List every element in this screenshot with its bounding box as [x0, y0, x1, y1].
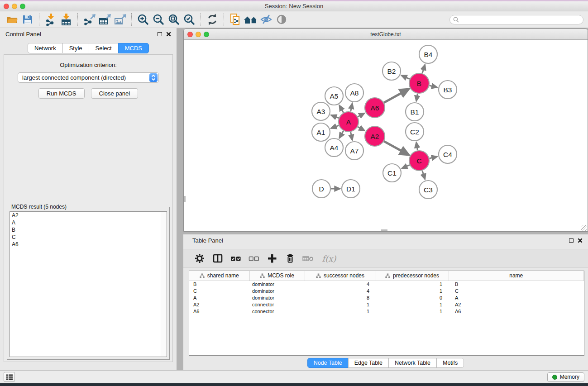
table-cell[interactable]: 0	[376, 294, 449, 301]
graph-node-A4[interactable]: A4	[325, 138, 343, 157]
zoom-fit-button[interactable]	[166, 12, 182, 27]
open-session-button[interactable]	[5, 12, 20, 27]
tab-node-table[interactable]: Node Table	[307, 358, 349, 368]
tab-motifs[interactable]: Motifs	[436, 358, 464, 368]
graph-node-A[interactable]: A	[339, 112, 359, 132]
refresh-view-button[interactable]	[205, 12, 220, 27]
graph-node-C1[interactable]: C1	[383, 164, 401, 182]
import-network-button[interactable]	[43, 12, 58, 27]
run-mcds-button[interactable]: Run MCDS	[38, 88, 85, 99]
delete-table-button[interactable]	[299, 251, 317, 266]
graph-node-B[interactable]: B	[409, 73, 429, 93]
graph-node-A7[interactable]: A7	[345, 142, 363, 160]
table-cell[interactable]: 1	[305, 308, 376, 315]
column-header-predecessor-nodes[interactable]: predecessor nodes	[376, 271, 449, 281]
graph-edge-A-A8[interactable]	[351, 104, 353, 112]
memory-button[interactable]: Memory	[547, 372, 584, 382]
table-row[interactable]: A6connector11A6	[189, 308, 584, 315]
table-cell[interactable]: connector	[249, 308, 305, 315]
table-cell[interactable]: A6	[449, 308, 584, 315]
graph-edge-B-B3[interactable]	[429, 86, 437, 87]
graph-edge-C-C2[interactable]	[416, 143, 418, 151]
graph-edge-C-C1[interactable]	[402, 165, 410, 168]
tab-select[interactable]: Select	[89, 43, 119, 53]
table-cell[interactable]: A6	[189, 308, 249, 315]
graph-edge-B-B4[interactable]	[422, 65, 425, 73]
column-header-name[interactable]: name	[449, 271, 584, 281]
resize-grip[interactable]	[581, 225, 587, 231]
graph-node-A1[interactable]: A1	[312, 123, 330, 141]
add-row-button[interactable]	[263, 251, 281, 266]
graph-node-B4[interactable]: B4	[419, 45, 437, 63]
graph-edge-A2-C[interactable]	[384, 141, 409, 155]
close-network-button[interactable]	[187, 32, 193, 37]
table-cell[interactable]: 4	[305, 281, 376, 287]
minimize-network-button[interactable]	[196, 32, 201, 37]
vertical-scroll-indicator[interactable]	[184, 196, 186, 202]
select-all-button[interactable]	[227, 251, 245, 266]
graph-node-A5[interactable]: A5	[325, 87, 343, 105]
zoom-window-button[interactable]	[20, 4, 25, 9]
zoom-selected-button[interactable]	[182, 12, 197, 27]
minimize-window-button[interactable]	[12, 4, 17, 9]
graph-edge-C-C3[interactable]	[422, 171, 425, 179]
tab-mcds[interactable]: MCDS	[118, 43, 149, 53]
result-scrollbar[interactable]	[161, 212, 167, 357]
zoom-network-button[interactable]	[204, 32, 209, 37]
result-item[interactable]: A	[10, 219, 167, 226]
graph-node-C3[interactable]: C3	[419, 181, 437, 199]
table-cell[interactable]: 1	[376, 287, 449, 294]
result-item[interactable]: B	[10, 226, 167, 234]
export-network-button[interactable]	[81, 12, 97, 27]
graph-node-B1[interactable]: B1	[406, 103, 424, 121]
graph-edge-A6-B[interactable]	[384, 89, 409, 103]
show-all-button[interactable]	[274, 12, 289, 27]
graph-edge-C-C4[interactable]	[429, 157, 437, 158]
graph-node-B2[interactable]: B2	[382, 62, 401, 80]
table-cell[interactable]: 4	[305, 287, 376, 294]
graph-node-C4[interactable]: C4	[439, 145, 457, 163]
table-cell[interactable]: B	[189, 281, 249, 287]
search-input[interactable]	[461, 16, 580, 23]
table-cell[interactable]: dominator	[249, 281, 305, 287]
column-header-successor-nodes[interactable]: successor nodes	[305, 271, 376, 281]
graph-node-D[interactable]: D	[312, 180, 330, 198]
network-canvas[interactable]: B4B2BB3A8A5A6A3B1AC2A1A2A4A7C4CC1DD1C3	[184, 40, 588, 231]
float-panel-icon[interactable]	[158, 32, 162, 36]
graph-edge-A-A6[interactable]	[358, 113, 364, 117]
table-cell[interactable]: 1	[376, 301, 449, 308]
graph-edge-B-B1[interactable]	[416, 94, 418, 101]
tab-edge-table[interactable]: Edge Table	[348, 358, 389, 368]
column-header-MCDS-role[interactable]: MCDS role	[249, 271, 305, 281]
table-cell[interactable]: dominator	[249, 287, 305, 294]
show-panels-button[interactable]	[4, 372, 15, 382]
float-table-panel-icon[interactable]	[569, 238, 574, 243]
table-cell[interactable]: A	[449, 294, 584, 301]
graph-node-C2[interactable]: C2	[406, 123, 424, 141]
graph-edge-A-A4[interactable]	[339, 131, 344, 138]
tab-style[interactable]: Style	[62, 43, 89, 53]
zoom-in-button[interactable]	[135, 12, 151, 27]
table-cell[interactable]: dominator	[249, 294, 305, 301]
graph-node-A6[interactable]: A6	[365, 98, 385, 118]
deselect-all-button[interactable]	[245, 251, 263, 266]
graph-node-A3[interactable]: A3	[312, 102, 330, 120]
table-settings-button[interactable]	[191, 251, 209, 266]
first-neighbors-button[interactable]	[243, 12, 258, 27]
show-column-button[interactable]	[209, 251, 227, 266]
graph-node-C[interactable]: C	[409, 151, 429, 171]
export-table-button[interactable]	[97, 12, 112, 27]
zoom-out-button[interactable]	[151, 12, 166, 27]
table-cell[interactable]: C	[449, 287, 584, 294]
graph-node-D1[interactable]: D1	[342, 180, 360, 198]
table-cell[interactable]: A2	[449, 301, 584, 308]
table-cell[interactable]: A2	[189, 301, 249, 308]
table-cell[interactable]: 8	[305, 294, 376, 301]
hide-selected-button[interactable]	[258, 12, 274, 27]
column-header-shared-name[interactable]: shared name	[189, 271, 249, 281]
network-window-titlebar[interactable]: testGlobe.txt	[184, 29, 588, 40]
close-panel-icon[interactable]	[166, 32, 171, 37]
close-window-button[interactable]	[4, 4, 9, 9]
table-row[interactable]: Cdominator41C	[189, 287, 584, 294]
graph-edge-A-A3[interactable]	[331, 115, 339, 118]
